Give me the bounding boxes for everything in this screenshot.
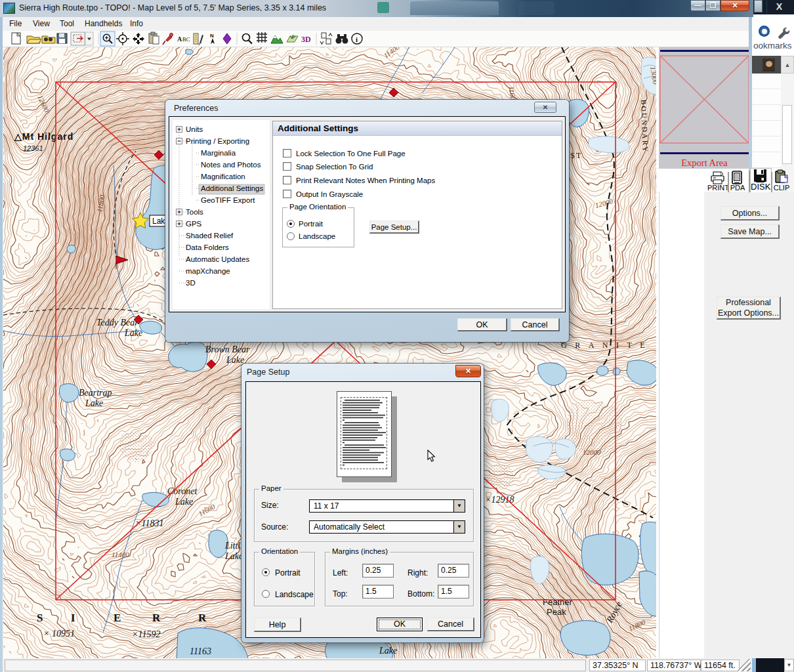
svg-text:×12918: ×12918 [485, 495, 514, 505]
svg-text:Magnification: Magnification [201, 173, 245, 180]
svg-text:N: N [210, 33, 214, 39]
svg-text:Brown Bear: Brown Bear [205, 345, 250, 354]
svg-text:Lake: Lake [379, 646, 397, 656]
svg-text:11163: 11163 [190, 646, 211, 656]
svg-text:S: S [37, 612, 43, 624]
svg-text:12361: 12361 [23, 144, 43, 152]
svg-text:3D: 3D [186, 279, 196, 287]
svg-text:R: R [152, 612, 161, 624]
svg-text:Teddy Bear: Teddy Bear [96, 318, 138, 327]
svg-text:Data Folders: Data Folders [186, 243, 229, 251]
svg-text:Lake: Lake [226, 355, 244, 365]
svg-text:Lake: Lake [85, 398, 103, 408]
svg-text:i: i [356, 35, 358, 43]
svg-text:Lake: Lake [124, 328, 142, 338]
svg-text:△Mt Hilgard: △Mt Hilgard [14, 131, 73, 142]
svg-text:Automatic Updates: Automatic Updates [186, 255, 249, 263]
svg-text:× 10951: × 10951 [43, 629, 75, 639]
svg-text:Feather: Feather [543, 597, 572, 607]
svg-text:Lake: Lake [175, 497, 193, 507]
svg-text:R: R [198, 612, 207, 624]
svg-text:Lake: Lake [224, 551, 243, 561]
svg-text:Beartrap: Beartrap [79, 388, 112, 398]
svg-text:Units: Units [186, 125, 203, 133]
svg-text:GeoTIFF Export: GeoTIFF Export [201, 196, 255, 204]
svg-text:Lak: Lak [152, 217, 165, 226]
svg-text:Shaded Relief: Shaded Relief [186, 232, 234, 240]
svg-text:Littl: Littl [224, 541, 240, 551]
svg-text:×11831: ×11831 [135, 518, 163, 528]
svg-text:3D: 3D [301, 35, 311, 44]
svg-text:I: I [71, 612, 75, 624]
svg-text:Notes and Photos: Notes and Photos [201, 161, 261, 169]
svg-text:GRANITE: GRANITE [561, 341, 653, 350]
svg-text:A: A [177, 35, 182, 43]
svg-text:Peak: Peak [547, 607, 566, 617]
svg-text:mapXchange: mapXchange [186, 267, 230, 275]
svg-text:E: E [114, 612, 121, 624]
svg-text:×11592: ×11592 [132, 629, 160, 639]
svg-text:Coronet: Coronet [167, 486, 198, 496]
svg-text:11400: 11400 [112, 551, 129, 558]
svg-text:Printing / Exporting: Printing / Exporting [186, 137, 249, 145]
svg-text:Marginalia: Marginalia [201, 149, 236, 157]
svg-text:GPS: GPS [186, 220, 202, 228]
svg-text:Tools: Tools [186, 208, 203, 216]
svg-text:BC: BC [182, 36, 190, 43]
svg-text:Additional Settings: Additional Settings [201, 184, 264, 192]
